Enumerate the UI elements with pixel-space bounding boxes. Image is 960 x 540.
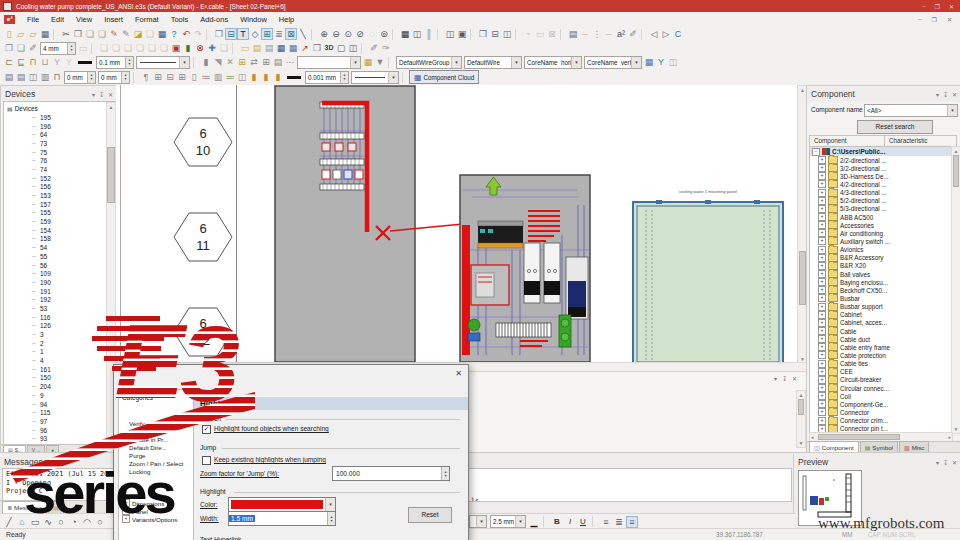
tree-item-device[interactable]: ⌣64 (30, 130, 116, 139)
spinner-arrows-icon[interactable]: ▴▾ (67, 43, 75, 54)
toolbar-icon[interactable]: ✐ (27, 42, 39, 54)
tree-item-device[interactable]: ⌣75 (30, 148, 116, 157)
toolbar-icon[interactable]: Y (655, 56, 667, 68)
toolbar-icon[interactable]: ❏ (98, 42, 110, 54)
chevron-down-icon[interactable]: ▾ (179, 57, 189, 68)
expand-icon[interactable]: + (818, 180, 826, 188)
toolbar-icon[interactable]: ▭ (77, 42, 89, 54)
toolbar-icon[interactable]: ▯ (188, 71, 200, 83)
expand-icon[interactable]: + (818, 327, 826, 335)
expand-icon[interactable]: + (818, 197, 826, 205)
toolbar-icon[interactable]: ─ (579, 28, 591, 40)
toolbar-icon[interactable]: Y (63, 56, 75, 68)
draw-shape-icon[interactable]: ○ (55, 516, 67, 528)
toolbar-icon[interactable]: ⊞ (260, 56, 272, 68)
dialog-titlebar[interactable]: ✕ (114, 365, 468, 385)
menu-item-window[interactable]: Window (234, 15, 273, 24)
tree-item-device[interactable]: ⌣190 (30, 278, 116, 287)
panel-menu-icon[interactable]: ▾ (774, 375, 777, 382)
toolbar-icon[interactable]: ◇ (249, 28, 261, 40)
expand-icon[interactable]: + (818, 172, 826, 180)
tree-item-device[interactable]: ⌣1 (30, 348, 116, 357)
close-icon[interactable]: ✕ (792, 375, 797, 382)
toolbar-icon[interactable]: ⊞ (152, 71, 164, 83)
toolbar-icon[interactable]: ⊠ (546, 28, 558, 40)
chevron-down-icon[interactable]: ▾ (451, 57, 461, 68)
toolbar-icon[interactable]: ⊚ (378, 28, 390, 40)
tree-item-device[interactable]: ⌣150 (30, 374, 116, 383)
tree-item-component-folder[interactable]: +Cable duct (818, 335, 952, 343)
tree-item-component-folder[interactable]: +Cable protection (818, 351, 952, 359)
panel-menu-icon[interactable]: ▾ (936, 459, 939, 466)
menu-item-edit[interactable]: Edit (45, 15, 70, 24)
component-name-combo[interactable]: <All> ▾ (864, 104, 958, 117)
toolbar-icon[interactable]: ◫ (411, 28, 423, 40)
toolbar-icon[interactable]: ◁ (648, 28, 660, 40)
toolbar-icon[interactable]: ◫ (667, 56, 679, 68)
expand-icon[interactable]: + (818, 408, 826, 416)
toolbar-icon[interactable]: ⊟ (489, 28, 501, 40)
tree-item-component-folder[interactable]: +Busbar support (818, 303, 952, 311)
toolbar-icon[interactable]: ❏ (218, 42, 230, 54)
expand-icon[interactable]: + (818, 254, 826, 262)
draw-shape-icon[interactable]: ○ (94, 516, 106, 528)
spinner-arrows-icon[interactable]: ▴▾ (121, 72, 129, 83)
toolbar-icon[interactable]: ▱ (27, 28, 39, 40)
expand-icon[interactable]: + (818, 335, 826, 343)
pin-icon[interactable]: ↧ (99, 91, 104, 98)
close-icon[interactable]: ✕ (108, 91, 113, 98)
toolbar-icon[interactable]: ≕ (224, 71, 236, 83)
tree-item-component-folder[interactable]: +3/2-directional ... (818, 164, 952, 172)
bold-button[interactable]: B (551, 516, 563, 528)
toolbar-icon[interactable]: ✑ (380, 42, 392, 54)
collapse-icon[interactable]: − (812, 148, 820, 156)
toolbar-icon[interactable]: ⊘ (354, 28, 366, 40)
reset-button[interactable]: Reset (408, 507, 452, 523)
expand-icon[interactable]: + (818, 189, 826, 197)
tree-item-device[interactable]: ⌣3 (30, 330, 116, 339)
tree-item-component-folder[interactable]: +Cable entry frame (818, 343, 952, 351)
toolbar-icon[interactable]: C (672, 28, 684, 40)
toolbar-icon[interactable]: ▭ (534, 28, 546, 40)
tree-item-device[interactable]: ⌣159 (30, 217, 116, 226)
menu-item-add-ons[interactable]: Add-ons (194, 15, 234, 24)
expand-icon[interactable]: + (818, 294, 826, 302)
tree-item-component-folder[interactable]: +Connector (818, 408, 952, 416)
toolbar-combo[interactable]: CoreName_hori▾ (524, 56, 582, 69)
toolbar-icon[interactable]: ⊓ (51, 71, 63, 83)
toolbar-icon[interactable]: ▤ (15, 71, 27, 83)
toolbar-icon[interactable]: ▷ (660, 28, 672, 40)
close-icon[interactable]: ✕ (952, 459, 957, 466)
toolbar-icon[interactable]: ◥ (212, 56, 224, 68)
toolbar-icon[interactable]: ⋮ (591, 28, 603, 40)
toolbar-icon[interactable]: ▦ (643, 56, 655, 68)
toolbar-icon[interactable]: ▦ (399, 28, 411, 40)
expand-icon[interactable]: + (818, 246, 826, 254)
chevron-down-icon[interactable]: ▾ (511, 57, 521, 68)
align-icon[interactable]: ≡ (626, 516, 638, 528)
draw-shape-icon[interactable]: ▭ (29, 516, 41, 528)
tree-item-component-folder[interactable]: +Circuit-breaker (818, 376, 952, 384)
draw-shape-icon[interactable]: ∿ (42, 516, 54, 528)
toolbar-icon[interactable]: ¶ (140, 71, 152, 83)
toolbar-icon[interactable]: ▤ (3, 71, 15, 83)
toolbar-icon[interactable]: ─ (603, 28, 615, 40)
toolbar-spinner[interactable]: 4 mm▴▾ (40, 42, 76, 55)
tree-item-device[interactable]: ⌣4 (30, 356, 116, 365)
menu-item-insert[interactable]: Insert (98, 15, 129, 24)
toolbar-combo[interactable]: DefaultWire▾ (464, 56, 522, 69)
expand-icon[interactable]: + (818, 205, 826, 213)
toolbar-icon[interactable]: ▯ (3, 28, 15, 40)
tree-item-device[interactable]: ⌣192 (30, 295, 116, 304)
reset-search-button[interactable]: Reset search (857, 120, 933, 134)
toolbar-icon[interactable]: ⊖ (330, 28, 342, 40)
spinner-arrows-icon[interactable]: ▴▾ (87, 72, 95, 83)
toolbar-icon[interactable]: a² (615, 28, 627, 40)
toolbar-icon[interactable]: ? (168, 28, 180, 40)
toolbar-icon[interactable]: ↶ (180, 28, 192, 40)
dialog-tree-item[interactable]: Language (129, 427, 193, 435)
italic-button[interactable]: I (564, 516, 576, 528)
toolbar-icon[interactable]: ❏ (122, 42, 134, 54)
tree-item-device[interactable]: ⌣156 (30, 183, 116, 192)
settings-dialog[interactable]: ✕ Categories VerifyLanguageUpdate in Pr.… (113, 364, 469, 540)
